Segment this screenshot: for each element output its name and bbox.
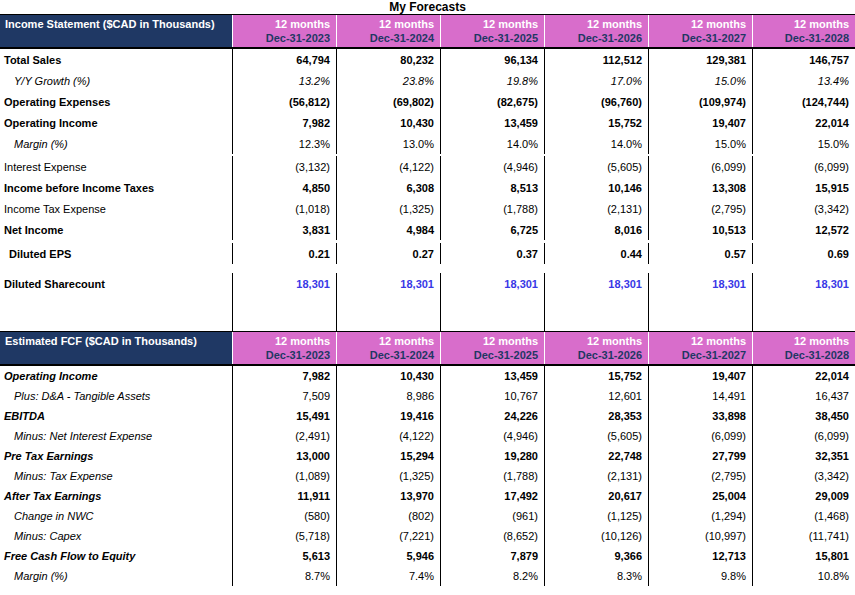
cell-value: (11,741): [752, 526, 855, 546]
cell-value: (3,132): [232, 156, 336, 177]
table-row: Plus: D&A - Tangible Assets7,5098,98610,…: [0, 386, 855, 406]
cell-value: (109,974): [648, 91, 752, 112]
row-label: Minus: Capex: [0, 526, 232, 546]
period-length-label: 12 months: [753, 17, 849, 31]
table-row: Minus: Tax Expense(1,089)(1,325)(1,788)(…: [0, 466, 855, 486]
period-end-date: Dec-31-2024: [337, 348, 434, 362]
row-label: Plus: D&A - Tangible Assets: [0, 386, 232, 406]
cell-value: 13,970: [336, 486, 440, 506]
cell-value: 19.8%: [440, 70, 544, 91]
period-end-date: Dec-31-2023: [233, 348, 330, 362]
cell-value: 64,794: [232, 49, 336, 70]
row-label: Margin (%): [0, 133, 232, 154]
period-length-label: 12 months: [337, 334, 434, 348]
cell-value: 7.4%: [336, 566, 440, 586]
cell-value: 6,725: [440, 219, 544, 240]
cell-value: (1,468): [752, 506, 855, 526]
cell-value: 7,879: [440, 546, 544, 566]
cell-value: 0.57: [648, 243, 752, 264]
cell-value: 15,752: [544, 112, 648, 133]
cell-value: 19,416: [336, 406, 440, 426]
table-row: Income Tax Expense(1,018)(1,325)(1,788)(…: [0, 198, 855, 219]
table-row: Net Income3,8314,9846,7258,01610,51312,5…: [0, 219, 855, 240]
section-header: Income Statement ($CAD in Thousands)12 m…: [0, 14, 855, 49]
cell-value: 24,226: [440, 406, 544, 426]
cell-value: 33,898: [648, 406, 752, 426]
cell-value: 13.4%: [752, 70, 855, 91]
cell-value: 10,767: [440, 386, 544, 406]
cell-value: 14,491: [648, 386, 752, 406]
cell-value: (96,760): [544, 91, 648, 112]
period-column-header: 12 monthsDec-31-2027: [648, 332, 752, 364]
cell-value: 10.8%: [752, 566, 855, 586]
period-column-header: 12 monthsDec-31-2026: [544, 332, 648, 364]
cell-value: 18,301: [752, 273, 855, 294]
cell-value: 8,016: [544, 219, 648, 240]
cell-value: 15,752: [544, 366, 648, 386]
cell-value: 80,232: [336, 49, 440, 70]
cell-value: 3,831: [232, 219, 336, 240]
cell-value: (5,718): [232, 526, 336, 546]
cell-value: 9.8%: [648, 566, 752, 586]
cell-value: (10,126): [544, 526, 648, 546]
cell-value: 15,915: [752, 177, 855, 198]
period-length-label: 12 months: [649, 17, 746, 31]
cell-value: (1,325): [336, 198, 440, 219]
cell-value: 20,617: [544, 486, 648, 506]
period-end-date: Dec-31-2024: [337, 31, 434, 45]
cell-value: (3,342): [752, 198, 855, 219]
cell-value: 8,513: [440, 177, 544, 198]
table-row: Income before Income Taxes4,8506,3088,51…: [0, 177, 855, 198]
cell-value: 6,308: [336, 177, 440, 198]
cell-value: 13,459: [440, 112, 544, 133]
cell-value: 129,381: [648, 49, 752, 70]
period-end-date: Dec-31-2026: [545, 348, 642, 362]
cell-value: 19,407: [648, 112, 752, 133]
period-end-date: Dec-31-2028: [753, 348, 849, 362]
period-end-date: Dec-31-2023: [233, 31, 330, 45]
table-row: Margin (%)8.7%7.4%8.2%8.3%9.8%10.8%: [0, 566, 855, 586]
cell-value: 15,801: [752, 546, 855, 566]
row-label: Diluted Sharecount: [0, 273, 232, 294]
cell-value: 11,911: [232, 486, 336, 506]
cell-value: 18,301: [544, 273, 648, 294]
cell-value: 27,799: [648, 446, 752, 466]
cell-value: 18,301: [336, 273, 440, 294]
cell-value: 10,430: [336, 366, 440, 386]
cell-value: 10,146: [544, 177, 648, 198]
row-label: Y/Y Growth (%): [0, 70, 232, 91]
cell-value: 17,492: [440, 486, 544, 506]
row-label: Total Sales: [0, 49, 232, 70]
cell-value: (7,221): [336, 526, 440, 546]
period-column-header: 12 monthsDec-31-2023: [232, 332, 336, 364]
cell-value: 13,459: [440, 366, 544, 386]
cell-value: 146,757: [752, 49, 855, 70]
gap-cell: [752, 294, 855, 331]
cell-value: (1,788): [440, 198, 544, 219]
section-title: Income Statement ($CAD in Thousands): [0, 15, 232, 47]
cell-value: 12.3%: [232, 133, 336, 154]
row-label: EBITDA: [0, 406, 232, 426]
cell-value: (69,802): [336, 91, 440, 112]
table-row: Operating Expenses(56,812)(69,802)(82,67…: [0, 91, 855, 112]
cell-value: (802): [336, 506, 440, 526]
cell-value: (2,131): [544, 466, 648, 486]
forecast-report: My Forecasts Income Statement ($CAD in T…: [0, 0, 855, 586]
cell-value: 15.0%: [648, 70, 752, 91]
cell-value: 13,308: [648, 177, 752, 198]
cell-value: (6,099): [648, 426, 752, 446]
table-row: Free Cash Flow to Equity5,6135,9467,8799…: [0, 546, 855, 566]
cell-value: (580): [232, 506, 336, 526]
cell-value: 10,430: [336, 112, 440, 133]
period-column-header: 12 monthsDec-31-2023: [232, 15, 336, 47]
period-length-label: 12 months: [441, 17, 538, 31]
cell-value: (2,795): [648, 466, 752, 486]
table-row: Change in NWC(580)(802)(961)(1,125)(1,29…: [0, 506, 855, 526]
period-end-date: Dec-31-2027: [649, 31, 746, 45]
cell-value: 96,134: [440, 49, 544, 70]
cell-value: 32,351: [752, 446, 855, 466]
cell-value: (82,675): [440, 91, 544, 112]
cell-value: 13.0%: [336, 133, 440, 154]
cell-value: 8.3%: [544, 566, 648, 586]
cell-value: (5,605): [544, 156, 648, 177]
